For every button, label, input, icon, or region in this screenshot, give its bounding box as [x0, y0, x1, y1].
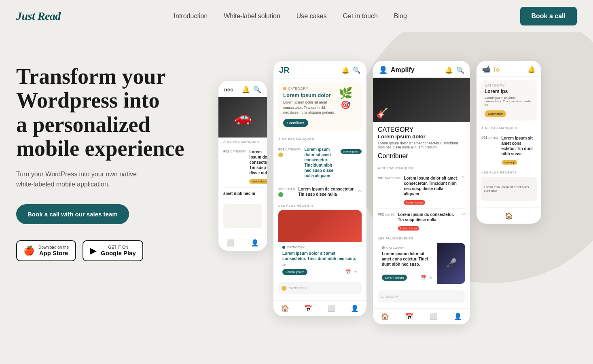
article-item: #01 CATEG Lorem ipsum sit amet cons ecte…: [481, 132, 536, 168]
amplify-name: Amplify: [391, 66, 415, 74]
phone3-hero-img: 🎸: [373, 78, 470, 122]
phone-mockups: nec 🔔 🔍 🚗 À NE PAS MANQUER #02 CATEGORY …: [186, 49, 577, 324]
phone1-nav-icon: ⬜: [227, 239, 235, 247]
playstore-line1: GET IT ON: [101, 245, 136, 250]
amplify-icon: 👤: [379, 66, 388, 74]
hero-section: Transform your Wordpress into a personal…: [0, 32, 593, 364]
phone3-featured: CATEGORY Lorem ipsum dolor Lorem ipsum d…: [373, 122, 470, 164]
appstore-button[interactable]: 🍎 Download on the App Store: [16, 240, 76, 261]
phone2-nav-profile: 👤: [351, 305, 359, 312]
phone2-section1: À NE PAS MANQUER: [273, 135, 366, 144]
phone4-topbar: 📹 To 🔔: [477, 61, 541, 77]
phone2-section2: LES PLUS RÉCENTS: [273, 201, 366, 210]
phone2-illustration: 🌿 🎯: [335, 87, 357, 110]
phone4-featured: CATEGORY Lorem ips Lorem ipsum sit amet …: [481, 80, 537, 121]
phone-card-1: nec 🔔 🔍 🚗 À NE PAS MANQUER #02 CATEGORY …: [218, 81, 267, 251]
phone1-hero-img: 🚗: [218, 97, 267, 138]
phone2-recent-tag[interactable]: Lorem ipsum: [282, 269, 307, 275]
phone2-nav-browse: ⬜: [328, 305, 336, 312]
phone2-featured: 🌿 🎯 CATEGORY Lorem ipsum dolor Lorem ips…: [278, 83, 362, 131]
phone4-bottom-nav: 🏠: [477, 207, 541, 224]
nav-blog[interactable]: Blog: [394, 13, 407, 19]
phone2-recent-overlay: CATEGORY Lorem ipsum dolor sit amet cons…: [278, 242, 362, 278]
phone4-nav-home: 🏠: [505, 212, 513, 220]
appstore-line2: App Store: [38, 250, 69, 256]
nav-introduction[interactable]: Introduction: [174, 13, 208, 19]
nav-whitelabel[interactable]: White-label solution: [224, 13, 280, 19]
playstore-button[interactable]: ▶ GET IT ON Google Play: [83, 240, 143, 261]
phone1-section: À NE PAS MANQUER: [218, 138, 267, 146]
article-item: amet nibh nec m: [223, 188, 262, 201]
phone2-bottom-strip: CATEGORY: [278, 282, 362, 294]
article-item: #02 CATEG Lorem ipsum dc consectetur. Ti…: [378, 209, 465, 234]
phone1-topbar: nec 🔔 🔍: [218, 81, 267, 97]
phone-card-jr: JR 🔔 🔍 🌿 🎯 CATEGORY Lorem ipsum dolor: [273, 61, 366, 316]
phone2-recent-time: 2h: [282, 263, 358, 267]
phone3-recent: CATEGORY Lorem ipsum dolor sit amet cons…: [378, 243, 465, 284]
appstore-line1: Download on the: [38, 245, 69, 250]
phone1-articles: #02 CATEGORY Lorem ipsum do consectetur.…: [218, 146, 267, 201]
nav-book-call-button[interactable]: Book a call: [520, 7, 577, 25]
article-item: #02 CATEG Lorem ipsum dc consectetur. Ti…: [278, 183, 362, 201]
logo-part1: Just: [16, 10, 35, 22]
phone1-nav-icon2: 👤: [251, 239, 259, 247]
logo-part2: Read: [38, 10, 61, 22]
phone3-bottom-strip: CATEGORY: [378, 290, 465, 303]
phone3-section1: À NE PAS MANQUER: [373, 164, 470, 172]
phone3-section2: LES PLUS RÉCENTS: [373, 234, 470, 243]
phone2-feat-btn[interactable]: Contribuer: [283, 119, 308, 127]
car-icon: 🚗: [234, 109, 252, 126]
brand-logo[interactable]: Just Read: [16, 10, 61, 23]
phone2-icons: 🔔 🔍: [341, 66, 361, 74]
phone3-nav-calendar: 📅: [405, 313, 413, 320]
phone2-recent: CATEGORY Lorem ipsum dolor sit amet cons…: [278, 210, 362, 278]
phone1-bottom-nav: ⬜ 👤: [218, 235, 267, 251]
phone1-icons: 🔔 🔍: [242, 86, 261, 93]
camera-icon: 📹: [482, 66, 490, 73]
phone3-nav-browse: ⬜: [430, 313, 438, 320]
phone3-articles: #01 CATEGORY Lorem ipsum dolor sit amet …: [373, 172, 470, 234]
play-icon: ▶: [90, 245, 97, 256]
article-item: #01 CATEGORY Lorem ipsum dolor sit amet …: [278, 144, 362, 183]
concert-icon: 🎸: [376, 108, 388, 119]
nav-links: Introduction White-label solution Use ca…: [174, 13, 407, 20]
phone4-feat-btn[interactable]: Contribuer: [485, 110, 506, 117]
phone3-feat-btn[interactable]: Contribuer: [378, 152, 465, 160]
phone-card-partial: 📹 To 🔔 CATEGORY Lorem ips Lorem ipsum si…: [477, 61, 541, 224]
phone3-feat-body: Lorem ipsum dolor sit amet consectetur. …: [378, 141, 465, 149]
hero-subtitle: Turn your WordPress into your own native…: [16, 169, 154, 190]
phone2-logo: JR: [279, 66, 290, 75]
phone2-topbar: JR 🔔 🔍: [273, 61, 366, 78]
phone2-recent-title: Lorem ipsum dolor sit amet consectetur. …: [282, 251, 358, 261]
phone4-recent: Lorem ipsu lorem sit amet cons dunt nibh: [481, 177, 537, 201]
article-item: #01 CATEGORY Lorem ipsum dolor sit amet …: [378, 172, 465, 209]
phone1-logo: nec: [224, 87, 233, 93]
phone3-nav-profile: 👤: [454, 313, 462, 320]
phone3-bottom-nav: 🏠 📅 ⬜ 👤: [373, 308, 470, 324]
apple-icon: 🍎: [23, 245, 34, 256]
phone2-recent-img: [278, 210, 362, 242]
nav-usecases[interactable]: Use cases: [296, 13, 327, 19]
playstore-line2: Google Play: [101, 250, 136, 256]
phone2-feat-cat: CATEGORY: [283, 87, 332, 91]
phone4-articles: #01 CATEG Lorem ipsum sit amet cons ecte…: [477, 132, 541, 168]
article-item: #02 CATEGORY Lorem ipsum do consectetur.…: [223, 146, 262, 188]
phone3-nav-home: 🏠: [381, 313, 389, 320]
phone2-bottom-nav: 🏠 📅 ⬜ 👤: [273, 300, 366, 316]
phone1-thumb: [223, 204, 262, 228]
hero-title: Transform your Wordpress into a personal…: [16, 65, 186, 161]
navbar: Just Read Introduction White-label solut…: [0, 0, 593, 32]
phone2-articles: #01 CATEGORY Lorem ipsum dolor sit amet …: [273, 144, 366, 201]
phone4-logo: To: [493, 66, 500, 73]
nav-getintouch[interactable]: Get in touch: [343, 13, 378, 19]
phone2-nav-home: 🏠: [281, 305, 289, 312]
hero-book-call-button[interactable]: Book a call with our sales team: [16, 204, 129, 224]
hero-left: Transform your Wordpress into a personal…: [16, 49, 186, 261]
store-buttons: 🍎 Download on the App Store ▶ GET IT ON …: [16, 240, 186, 261]
phone3-recent-title: Lorem ipsum dolor sit amet cons ectetur.…: [382, 251, 433, 267]
phone3-feat-title: Lorem ipsum dolor: [378, 133, 465, 140]
phone3-concert-thumb: 🎤: [437, 243, 465, 284]
phone3-recent-tag[interactable]: Lorem ipsum: [382, 275, 407, 281]
phone2-nav-calendar: 📅: [304, 305, 312, 312]
phone3-topbar: 👤 Amplify 🔔 🔍: [373, 61, 470, 78]
